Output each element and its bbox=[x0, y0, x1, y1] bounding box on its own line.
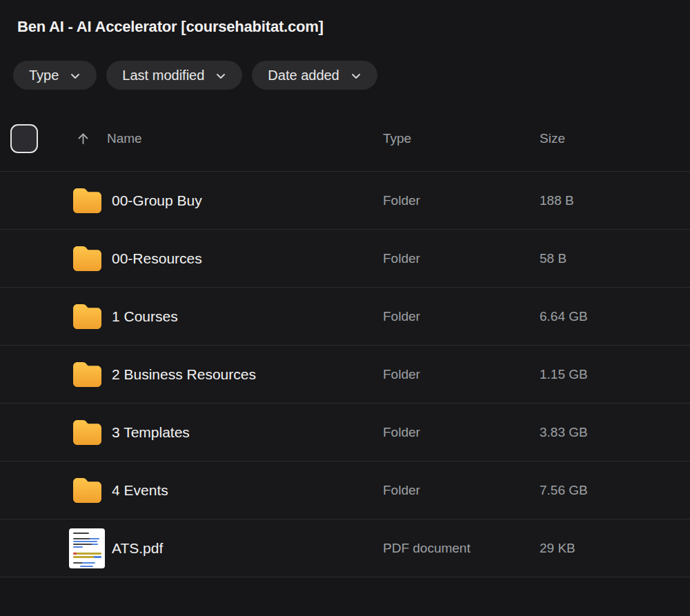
file-type: Folder bbox=[375, 309, 531, 324]
file-icon-cell bbox=[62, 304, 112, 329]
chevron-down-icon bbox=[351, 73, 361, 79]
file-name[interactable]: 00-Resources bbox=[112, 250, 375, 267]
pdf-thumbnail bbox=[69, 528, 105, 568]
file-icon-cell bbox=[62, 362, 112, 387]
column-header-size[interactable]: Size bbox=[540, 124, 565, 153]
folder-icon bbox=[73, 188, 101, 213]
file-name[interactable]: 00-Group Buy bbox=[112, 192, 375, 209]
file-type: Folder bbox=[375, 251, 531, 266]
table-header: Name Type Size bbox=[0, 124, 690, 153]
file-icon-cell bbox=[62, 420, 112, 445]
file-icon-cell bbox=[62, 246, 112, 271]
file-type: Folder bbox=[375, 425, 531, 440]
file-name[interactable]: 1 Courses bbox=[112, 308, 375, 325]
table-row[interactable]: ATS.pdf PDF document 29 KB bbox=[0, 519, 690, 577]
file-size: 188 B bbox=[531, 193, 690, 208]
file-name[interactable]: 4 Events bbox=[112, 482, 375, 499]
folder-icon bbox=[73, 362, 101, 387]
table-row[interactable]: 00-Resources Folder 58 B bbox=[0, 230, 690, 288]
filter-date-added-button[interactable]: Date added bbox=[252, 61, 377, 90]
column-header-type[interactable]: Type bbox=[383, 124, 411, 153]
file-size: 3.83 GB bbox=[531, 425, 690, 440]
folder-icon bbox=[73, 478, 101, 503]
file-type: Folder bbox=[375, 367, 531, 382]
file-icon-cell bbox=[62, 188, 112, 213]
filter-type-button[interactable]: Type bbox=[13, 61, 97, 90]
file-name[interactable]: ATS.pdf bbox=[112, 540, 375, 557]
filter-date-added-label: Date added bbox=[268, 68, 339, 83]
table-row[interactable]: 4 Events Folder 7.56 GB bbox=[0, 461, 690, 519]
column-header-name[interactable]: Name bbox=[107, 124, 142, 153]
file-name[interactable]: 2 Business Resources bbox=[112, 366, 375, 383]
table-row[interactable]: 00-Group Buy Folder 188 B bbox=[0, 172, 690, 230]
file-size: 1.15 GB bbox=[531, 367, 690, 382]
table-row[interactable]: 1 Courses Folder 6.64 GB bbox=[0, 288, 690, 346]
filter-type-label: Type bbox=[29, 68, 59, 83]
select-all-checkbox[interactable] bbox=[10, 124, 38, 153]
file-type: Folder bbox=[375, 193, 531, 208]
file-icon-cell bbox=[62, 478, 112, 503]
file-list: 00-Group Buy Folder 188 B bbox=[0, 171, 690, 577]
file-name[interactable]: 3 Templates bbox=[112, 424, 375, 441]
table-row[interactable]: 3 Templates Folder 3.83 GB bbox=[0, 404, 690, 461]
filter-last-modified-label: Last modified bbox=[122, 68, 204, 83]
file-size: 7.56 GB bbox=[531, 483, 690, 498]
folder-icon bbox=[73, 304, 101, 329]
table-row[interactable]: 2 Business Resources Folder 1.15 GB bbox=[0, 346, 690, 404]
file-size: 58 B bbox=[531, 251, 690, 266]
folder-icon bbox=[73, 420, 101, 445]
file-type: Folder bbox=[375, 483, 531, 498]
filter-last-modified-button[interactable]: Last modified bbox=[106, 61, 242, 90]
file-icon-cell bbox=[62, 528, 112, 568]
page-title: Ben AI - AI Accelerator [coursehabitat.c… bbox=[17, 18, 324, 36]
folder-icon bbox=[73, 246, 101, 271]
file-size: 29 KB bbox=[531, 541, 690, 556]
filter-bar: Type Last modified Date added bbox=[13, 61, 377, 90]
chevron-down-icon bbox=[70, 73, 80, 79]
chevron-down-icon bbox=[216, 73, 226, 79]
file-size: 6.64 GB bbox=[531, 309, 690, 324]
file-type: PDF document bbox=[375, 541, 531, 556]
sort-ascending-arrow-icon[interactable] bbox=[76, 131, 90, 146]
